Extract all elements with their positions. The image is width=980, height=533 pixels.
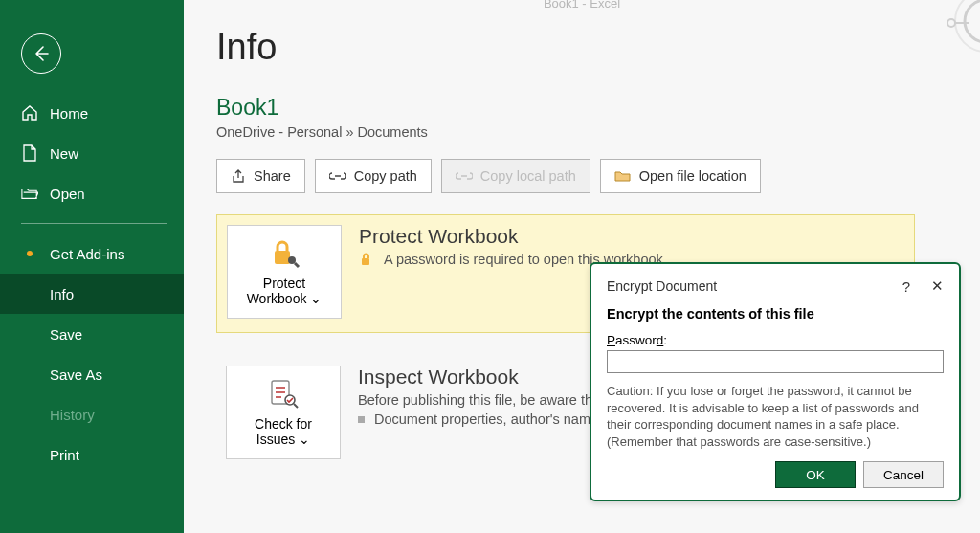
svg-point-2 — [947, 19, 955, 27]
file-actions-row: Share Copy path Copy local path Open fil… — [216, 159, 980, 193]
copy-local-path-label: Copy local path — [480, 168, 576, 184]
dialog-subtitle: Encrypt the contents of this file — [607, 306, 944, 322]
encrypt-document-dialog: Encrypt Document ? ✕ Encrypt the content… — [590, 262, 961, 501]
dialog-help-button[interactable]: ? — [902, 278, 910, 295]
back-button[interactable] — [21, 33, 61, 74]
folder-open-icon — [614, 169, 632, 183]
decorative-ring-icon — [940, 0, 980, 57]
window-title: Book1 - Excel — [184, 0, 980, 11]
open-folder-icon — [21, 185, 38, 202]
link-icon — [329, 169, 346, 183]
ok-button[interactable]: OK — [775, 461, 856, 488]
link-icon — [456, 169, 473, 183]
check-issues-tile-label: Check for Issues ⌄ — [255, 416, 312, 447]
document-path: OneDrive - Personal » Documents — [216, 124, 980, 140]
lock-small-icon — [359, 252, 374, 267]
dialog-button-row: OK Cancel — [607, 461, 944, 488]
dialog-title: Encrypt Document — [607, 278, 717, 294]
cancel-button[interactable]: Cancel — [863, 461, 944, 488]
home-icon — [21, 104, 38, 122]
share-icon — [231, 168, 246, 184]
dialog-caution-text: Caution: If you lose or forget the passw… — [607, 383, 944, 450]
sidebar-item-home[interactable]: Home — [0, 93, 184, 133]
sidebar-item-label: History — [50, 407, 95, 423]
sidebar-item-label: Get Add-ins — [50, 246, 124, 262]
sidebar-item-get-addins[interactable]: Get Add-ins — [0, 233, 184, 274]
document-name: Book1 — [216, 95, 980, 121]
copy-local-path-button: Copy local path — [441, 159, 590, 193]
sidebar-item-save[interactable]: Save — [0, 314, 184, 354]
dialog-header: Encrypt Document ? ✕ — [607, 278, 944, 295]
svg-rect-5 — [362, 258, 369, 265]
sidebar-item-label: Info — [50, 286, 74, 302]
bullet-icon — [358, 416, 365, 423]
sidebar-item-label: Print — [50, 447, 79, 463]
sidebar-item-label: Save — [50, 326, 82, 343]
sidebar-item-info[interactable]: Info — [0, 274, 184, 314]
share-label: Share — [254, 168, 291, 184]
dialog-close-button[interactable]: ✕ — [931, 278, 944, 295]
chevron-down-icon: ⌄ — [310, 291, 322, 306]
new-file-icon — [21, 144, 38, 162]
sidebar-item-print[interactable]: Print — [0, 434, 184, 475]
password-label: Password: — [607, 333, 944, 347]
copy-path-button[interactable]: Copy path — [315, 159, 432, 193]
backstage-sidebar: Home New Open Get Add-ins Info Save Save… — [0, 0, 184, 533]
open-file-location-button[interactable]: Open file location — [600, 159, 761, 193]
protect-heading: Protect Workbook — [359, 225, 899, 248]
chevron-down-icon: ⌄ — [299, 432, 310, 447]
svg-point-1 — [955, 0, 980, 52]
password-input[interactable] — [607, 350, 944, 373]
copy-path-label: Copy path — [354, 168, 417, 184]
svg-point-4 — [288, 256, 296, 264]
sidebar-item-open[interactable]: Open — [0, 173, 184, 213]
open-file-location-label: Open file location — [639, 168, 746, 184]
addins-dot-icon — [21, 245, 38, 262]
sidebar-divider — [21, 223, 167, 224]
share-button[interactable]: Share — [216, 159, 305, 193]
sidebar-item-history: History — [0, 394, 184, 434]
page-title: Info — [216, 27, 980, 68]
checklist-magnifier-icon — [267, 378, 300, 411]
sidebar-item-label: New — [50, 145, 78, 162]
protect-workbook-tile[interactable]: Protect Workbook ⌄ — [227, 225, 342, 319]
lock-key-icon — [268, 237, 301, 270]
svg-rect-3 — [275, 251, 290, 264]
sidebar-item-label: Home — [50, 105, 88, 122]
arrow-left-icon — [32, 44, 51, 63]
sidebar-item-label: Save As — [50, 366, 102, 383]
sidebar-item-save-as[interactable]: Save As — [0, 354, 184, 394]
sidebar-item-label: Open — [50, 186, 85, 202]
sidebar-item-new[interactable]: New — [0, 133, 184, 173]
protect-tile-label: Protect Workbook ⌄ — [247, 276, 323, 306]
check-for-issues-tile[interactable]: Check for Issues ⌄ — [226, 366, 341, 459]
svg-point-0 — [965, 0, 980, 42]
